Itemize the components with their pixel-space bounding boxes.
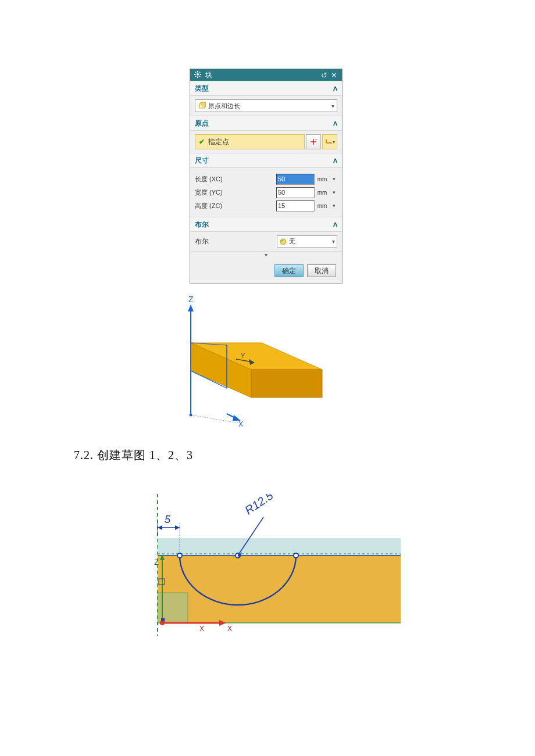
cube-icon [198,102,206,110]
dimension-row: 长度 (XC) 50 mm ▾ [195,173,337,185]
linear-dimension: 5 [165,514,171,525]
specify-point-label: 指定点 [208,137,229,147]
specify-point-button[interactable]: ✔ 指定点 [195,134,305,149]
type-value: 原点和边长 [208,102,331,110]
svg-point-15 [281,239,283,241]
section-dims-label: 尺寸 [195,156,209,166]
dimension-row: 宽度 (YC) 50 mm ▾ [195,187,337,198]
close-icon[interactable]: ✕ [331,71,337,80]
svg-marker-42 [175,525,180,530]
axis-y-label: Y [241,352,245,359]
dim-height-unit: mm [315,203,330,209]
svg-point-13 [330,142,331,144]
svg-text:+: + [315,138,318,141]
dim-length-label: 长度 (XC) [195,175,276,184]
svg-point-14 [280,239,286,245]
svg-rect-29 [158,538,401,556]
section-boolean-header[interactable]: 布尔 ʌ [190,217,342,232]
chevron-up-icon: ʌ [333,119,337,127]
section-origin-label: 原点 [195,119,209,128]
dim-width-input[interactable]: 50 [276,187,315,198]
gear-icon [194,70,203,80]
svg-rect-3 [194,74,196,75]
dim-width-label: 宽度 (YC) [195,188,276,197]
svg-rect-5 [195,71,196,73]
radius-dimension: R12.5 [242,494,276,517]
dimension-row: 高度 (ZC) 15 mm ▾ [195,200,337,212]
svg-rect-2 [197,77,198,78]
point-picker-button[interactable]: + [306,134,321,149]
block-dialog: 块 ↺ ✕ 类型 ʌ 原点和边长 ▾ 原点 ʌ ✔ 指 [190,69,343,284]
svg-marker-17 [188,304,194,311]
svg-rect-7 [195,76,196,77]
section-heading: 7.2. 创建草图 1、2、3 [74,447,193,463]
chevron-up-icon: ʌ [333,84,337,92]
chevron-down-icon[interactable]: ▾ [330,176,337,182]
svg-marker-19 [251,370,322,397]
section-boolean-label: 布尔 [195,220,209,230]
sketch-figure: R12.5 5 Z X X [147,494,401,636]
dim-width-unit: mm [315,189,330,196]
point-inference-button[interactable]: ▾ [322,134,337,149]
boolean-value: 无 [289,237,332,246]
svg-point-51 [160,621,165,625]
svg-point-36 [294,553,298,558]
boolean-dropdown[interactable]: 无 ▾ [277,235,337,248]
more-toggle[interactable]: ▾ [190,251,342,260]
refresh-icon[interactable]: ↺ [321,71,327,80]
cancel-button[interactable]: 取消 [307,264,336,277]
svg-rect-4 [200,74,202,75]
boolean-field-label: 布尔 [195,237,277,246]
section-dims-header[interactable]: 尺寸 ʌ [190,153,342,168]
none-icon [279,238,287,246]
axis-x-label: X [199,625,204,633]
svg-text:X: X [227,625,232,633]
chevron-down-icon: ▾ [333,139,335,145]
chevron-down-icon: ▾ [332,238,335,245]
chevron-down-icon[interactable]: ▾ [330,203,337,209]
section-type-label: 类型 [195,84,209,94]
svg-marker-41 [158,525,162,530]
block-3d-figure: Z Y X [180,294,329,430]
ok-button[interactable]: 确定 [274,264,304,277]
axis-z-label: Z [188,295,194,304]
svg-rect-1 [197,71,198,73]
axis-z-label: Z [154,558,159,567]
section-type-header[interactable]: 类型 ʌ [190,81,342,96]
chevron-down-icon[interactable]: ▾ [330,189,337,195]
dim-length-unit: mm [315,176,330,182]
svg-point-0 [197,73,199,76]
dim-height-input[interactable]: 15 [276,200,315,212]
type-dropdown[interactable]: 原点和边长 ▾ [195,99,337,112]
chevron-up-icon: ʌ [333,220,337,228]
svg-rect-6 [199,71,200,73]
axis-x-label: X [238,420,243,428]
chevron-up-icon: ʌ [333,156,337,164]
dialog-title: 块 [205,70,321,80]
section-origin-header[interactable]: 原点 ʌ [190,116,342,131]
svg-point-27 [190,414,192,417]
dialog-titlebar[interactable]: 块 ↺ ✕ [190,69,342,81]
check-icon: ✔ [199,138,205,146]
dim-length-input[interactable]: 50 [276,174,315,185]
svg-rect-30 [158,556,401,623]
svg-rect-8 [199,76,200,77]
dim-height-label: 高度 (ZC) [195,202,276,210]
chevron-down-icon: ▾ [331,103,334,109]
